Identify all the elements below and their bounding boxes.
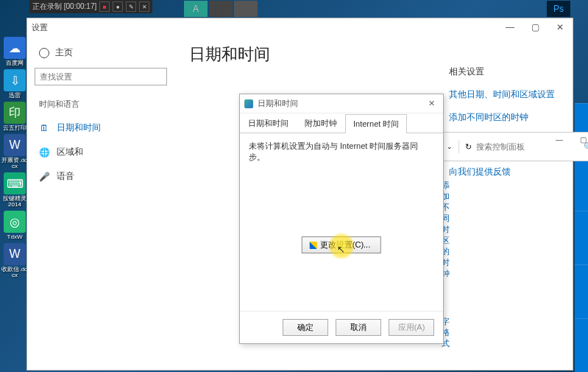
- settings-sidebar: 主页 时间和语言 🗓 日期和时间 🌐 区域和 🎤 语音: [27, 36, 174, 370]
- minimize-button[interactable]: —: [497, 18, 523, 36]
- settings-right-pane: 相关设置 其他日期、时间和区域设置 添加不同时区的时钟 让 Windows 变得…: [440, 36, 573, 370]
- feedback-link[interactable]: 向我们提供反馈: [449, 166, 564, 178]
- refresh-icon[interactable]: ↻: [465, 142, 472, 152]
- calendar-icon: 🗓: [39, 123, 49, 133]
- tab-internet-time[interactable]: Internet 时间: [345, 114, 407, 133]
- desktop-icon[interactable]: ◎TdxW: [1, 211, 28, 240]
- settings-titlebar: 设置 — ▢ ✕: [27, 18, 573, 36]
- dialog-body: 未将计算机设置为自动与 Internet 时间服务器同步。 更改设置(C)...…: [240, 133, 443, 311]
- rec-pause[interactable]: ■: [99, 1, 110, 12]
- gear-icon: [39, 48, 49, 58]
- desktop-icon[interactable]: W开票资.docx: [1, 134, 28, 169]
- settings-main: 日期和时间 ⌄ ↻ 🔍 — ▢ ✕ 添加不同时区: [174, 36, 440, 370]
- sidebar-item-speech[interactable]: 🎤 语音: [27, 164, 174, 189]
- dialog-titlebar: 日期和时间 ✕: [240, 94, 443, 113]
- sidebar-item-datetime[interactable]: 🗓 日期和时间: [27, 116, 174, 140]
- globe-icon: 🌐: [39, 147, 49, 158]
- cp-window-buttons: — ▢ ✕: [550, 132, 588, 147]
- sidebar-item-region[interactable]: 🌐 区域和: [27, 140, 174, 164]
- settings-window: 设置 — ▢ ✕ 主页 时间和语言 🗓 日期和时间: [26, 18, 573, 371]
- desktop: 正在录制 [00:00:17] ■ ● ✎ ✕ A Ps ☁百度网 ⇩迅雷 印云…: [0, 0, 588, 372]
- task-app-3[interactable]: [234, 1, 258, 17]
- desktop-icon[interactable]: ⌨按键精灵2014: [1, 172, 28, 208]
- recording-label: 正在录制 [00:00:17]: [32, 1, 96, 12]
- rec-stop[interactable]: ●: [113, 1, 123, 12]
- page-title: 日期和时间: [189, 43, 425, 66]
- recording-bar: 正在录制 [00:00:17] ■ ● ✎ ✕: [29, 0, 152, 13]
- dropdown-icon[interactable]: ⌄: [447, 143, 453, 150]
- cp-minimize[interactable]: —: [550, 132, 569, 147]
- desktop-icon[interactable]: W收款信.docx: [1, 243, 28, 278]
- task-app-2[interactable]: [209, 1, 233, 17]
- ok-button[interactable]: 确定: [283, 319, 328, 336]
- dialog-message: 未将计算机设置为自动与 Internet 时间服务器同步。: [249, 141, 434, 163]
- maximize-button[interactable]: ▢: [523, 18, 548, 36]
- rec-close[interactable]: ✕: [139, 1, 149, 12]
- search-input[interactable]: [35, 68, 167, 85]
- cp-maximize[interactable]: ▢: [573, 132, 588, 147]
- cancel-button[interactable]: 取消: [336, 319, 381, 336]
- sidebar-item-label: 区域和: [57, 146, 83, 158]
- change-btn-label: 更改设置(C)...: [320, 239, 370, 250]
- desktop-icon[interactable]: ⇩迅雷: [1, 69, 28, 99]
- related-link[interactable]: 其他日期、时间和区域设置: [449, 88, 564, 101]
- dialog-icon: [244, 99, 253, 108]
- desktop-icon[interactable]: ☁百度网: [1, 37, 28, 66]
- dialog-footer: 确定 取消 应用(A): [240, 311, 443, 343]
- tab-extraclock[interactable]: 附加时钟: [297, 113, 345, 133]
- close-button[interactable]: ✕: [548, 18, 573, 36]
- tab-datetime[interactable]: 日期和时间: [240, 113, 297, 133]
- home-label: 主页: [55, 46, 73, 59]
- related-head: 相关设置: [449, 66, 564, 78]
- sidebar-section: 时间和语言: [27, 94, 174, 116]
- settings-title: 设置: [32, 22, 48, 33]
- dialog-title-text: 日期和时间: [258, 98, 298, 109]
- desktop-icon[interactable]: 印云五打印: [1, 102, 28, 131]
- dialog-tabs: 日期和时间 附加时钟 Internet 时间: [240, 113, 443, 133]
- sidebar-item-label: 语音: [57, 170, 74, 183]
- desktop-icons: ☁百度网 ⇩迅雷 印云五打印 W开票资.docx ⌨按键精灵2014 ◎TdxW…: [0, 35, 29, 280]
- rec-camera[interactable]: ✎: [126, 1, 136, 12]
- sidebar-item-label: 日期和时间: [57, 122, 101, 134]
- datetime-dialog: 日期和时间 ✕ 日期和时间 附加时钟 Internet 时间 未将计算机设置为自…: [239, 94, 444, 344]
- mic-icon: 🎤: [39, 172, 49, 182]
- task-app-1[interactable]: A: [184, 1, 208, 17]
- dialog-close-button[interactable]: ✕: [424, 96, 439, 111]
- sidebar-home[interactable]: 主页: [27, 42, 174, 63]
- related-link[interactable]: 添加不同时区的时钟: [449, 111, 564, 124]
- apply-button[interactable]: 应用(A): [389, 319, 434, 336]
- shield-icon: [310, 242, 317, 249]
- change-settings-button[interactable]: 更改设置(C)...: [302, 236, 381, 253]
- task-ps[interactable]: Ps: [547, 1, 570, 17]
